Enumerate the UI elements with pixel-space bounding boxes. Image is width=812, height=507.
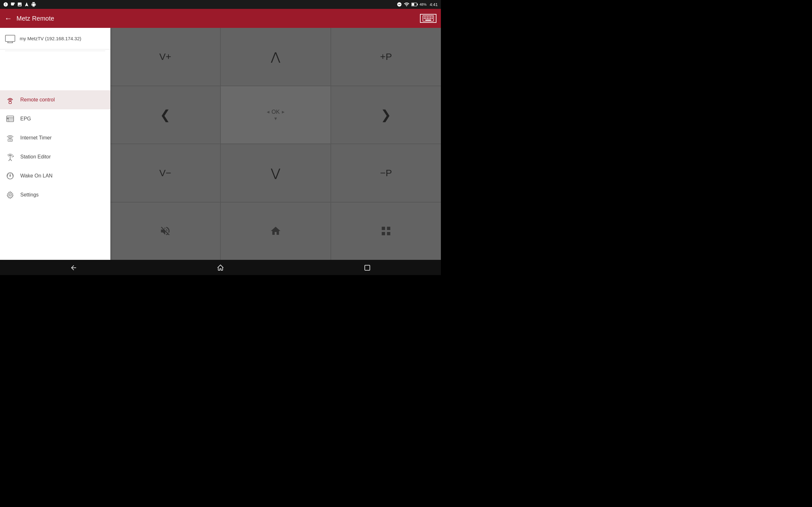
ok-button[interactable]: ◄ OK ► ▼ xyxy=(221,86,331,144)
sidebar-item-label-station-editor: Station Editor xyxy=(20,154,51,160)
status-icons-right: 48% 4:41 xyxy=(397,2,438,7)
tv-icon xyxy=(5,34,15,43)
navigation-icon xyxy=(24,2,29,7)
keyboard-button[interactable] xyxy=(420,14,437,23)
device-item[interactable]: my MetzTV (192.168.174.32) xyxy=(0,28,110,49)
time-display: 4:41 xyxy=(430,2,438,7)
sidebar-item-internet-timer[interactable]: •REC Internet Timer xyxy=(0,128,110,147)
svg-rect-12 xyxy=(427,18,428,19)
svg-line-33 xyxy=(9,159,10,161)
prog-down-button[interactable]: −P xyxy=(331,144,441,202)
dnd-icon xyxy=(397,2,402,7)
prog-up-button[interactable]: +P xyxy=(331,28,441,86)
sidebar-item-label-epg: EPG xyxy=(20,116,31,122)
remote-area: V+ ⋀ +P ❮ ◄ OK ► ▼ ❯ V− xyxy=(110,28,441,260)
app-title: Metz Remote xyxy=(16,15,415,22)
wake-on-lan-icon xyxy=(6,171,14,180)
svg-rect-41 xyxy=(365,265,370,270)
vol-down-button[interactable]: V− xyxy=(110,144,220,202)
menu-button[interactable] xyxy=(331,203,441,260)
svg-rect-9 xyxy=(432,16,433,17)
right-button[interactable]: ❯ xyxy=(331,86,441,144)
svg-rect-7 xyxy=(428,16,429,17)
svg-rect-4 xyxy=(424,16,425,17)
sidebar-divider xyxy=(5,51,105,51)
status-icons-left xyxy=(3,2,36,7)
wifi-icon xyxy=(404,2,409,7)
recent-nav-button[interactable] xyxy=(357,261,377,274)
sidebar-item-epg[interactable]: EPG xyxy=(0,109,110,128)
battery-percent: 48% xyxy=(420,3,426,6)
sidebar-spacer xyxy=(0,52,110,90)
svg-text:•REC: •REC xyxy=(9,139,13,141)
home-icon xyxy=(270,225,281,237)
mute-button[interactable] xyxy=(110,203,220,260)
svg-rect-5 xyxy=(425,16,426,17)
home-button[interactable] xyxy=(221,203,331,260)
svg-rect-11 xyxy=(425,18,426,19)
svg-rect-8 xyxy=(430,16,431,17)
epg-icon xyxy=(6,114,14,123)
bottom-nav xyxy=(0,260,441,275)
svg-rect-28 xyxy=(7,119,9,121)
sidebar-item-remote-control[interactable]: Remote control xyxy=(0,90,110,109)
sidebar-item-label-internet-timer: Internet Timer xyxy=(20,135,52,141)
svg-rect-1 xyxy=(417,4,418,5)
svg-point-40 xyxy=(9,194,11,196)
left-button[interactable]: ❮ xyxy=(110,86,220,144)
station-editor-icon xyxy=(6,153,14,161)
sidebar-item-label-settings: Settings xyxy=(20,192,39,198)
svg-rect-13 xyxy=(428,18,429,19)
svg-rect-16 xyxy=(425,20,431,20)
grid-icon xyxy=(380,225,392,237)
android-icon xyxy=(31,2,36,7)
mute-icon xyxy=(159,225,171,237)
notification-icon xyxy=(3,2,8,7)
device-name: my MetzTV (192.168.174.32) xyxy=(20,36,81,41)
svg-rect-15 xyxy=(432,18,433,19)
remote-control-icon xyxy=(6,95,14,104)
sidebar-item-station-editor[interactable]: Station Editor xyxy=(0,147,110,166)
image-icon xyxy=(17,2,22,7)
main-layout: my MetzTV (192.168.174.32) Remote contro… xyxy=(0,28,441,260)
svg-rect-2 xyxy=(412,3,414,6)
phone-icon xyxy=(10,2,15,7)
home-nav-button[interactable] xyxy=(210,261,231,274)
sidebar-item-label-remote-control: Remote control xyxy=(20,97,55,103)
svg-rect-6 xyxy=(427,16,428,17)
internet-timer-icon: •REC xyxy=(6,133,14,142)
sidebar-item-wake-on-lan[interactable]: Wake On LAN xyxy=(0,166,110,185)
sidebar-item-settings[interactable]: Settings xyxy=(0,185,110,205)
svg-rect-17 xyxy=(5,35,15,42)
sidebar: my MetzTV (192.168.174.32) Remote contro… xyxy=(0,28,110,260)
svg-line-34 xyxy=(10,159,12,161)
svg-rect-14 xyxy=(430,18,431,19)
svg-rect-22 xyxy=(9,101,11,104)
back-button[interactable]: ← xyxy=(4,14,12,23)
back-nav-button[interactable] xyxy=(63,261,84,274)
ch-up-button[interactable]: ⋀ xyxy=(221,28,331,86)
app-bar: ← Metz Remote xyxy=(0,9,441,28)
svg-rect-10 xyxy=(424,18,425,19)
svg-point-35 xyxy=(9,155,11,156)
sidebar-item-label-wake-on-lan: Wake On LAN xyxy=(20,173,53,179)
battery-icon xyxy=(411,2,418,7)
vol-up-button[interactable]: V+ xyxy=(110,28,220,86)
svg-point-39 xyxy=(9,175,11,177)
ch-down-button[interactable]: ⋁ xyxy=(221,144,331,202)
status-bar: 48% 4:41 xyxy=(0,0,441,9)
svg-rect-29 xyxy=(9,119,13,121)
settings-icon xyxy=(6,190,14,199)
svg-rect-26 xyxy=(7,118,9,119)
svg-rect-27 xyxy=(9,118,13,119)
